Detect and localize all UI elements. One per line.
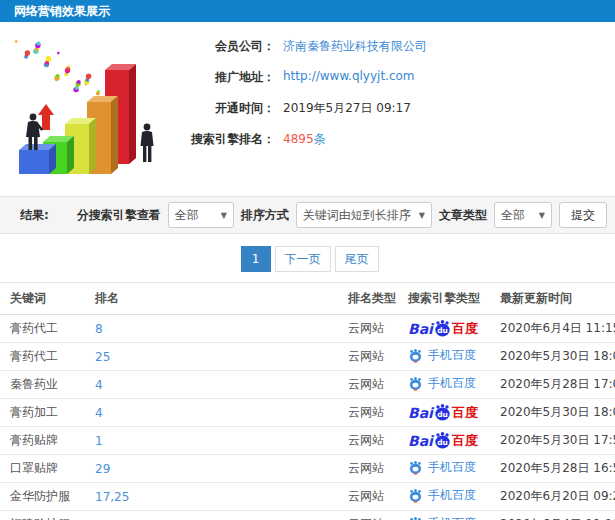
businessman-right	[141, 124, 154, 162]
mobile-baidu-paw-icon	[408, 460, 423, 475]
keyword-cell: 膏药加工	[0, 399, 85, 427]
engine-type-cell: Baidu百度	[398, 427, 490, 455]
engine-select[interactable]: 全部 ▼	[168, 202, 234, 228]
engine-type-cell: 手机百度	[398, 455, 490, 483]
col-header-rank-type: 排名类型	[338, 283, 398, 315]
member-company-row: 会员公司： 济南秦鲁药业科技有限公司	[177, 38, 427, 55]
rank-cell: 1	[85, 427, 338, 455]
table-row: 秦鲁药业4云网站 手机百度 2020年5月28日 17:02	[0, 371, 615, 399]
engine-select-value: 全部	[175, 207, 199, 224]
rank-type-cell: 云网站	[338, 511, 398, 520]
svg-text:du: du	[437, 438, 448, 447]
article-type-select[interactable]: 全部 ▼	[494, 202, 552, 228]
page-title: 网络营销效果展示	[14, 4, 110, 18]
mobile-baidu-logo: 手机百度	[408, 459, 476, 476]
mobile-baidu-paw-icon	[408, 376, 423, 391]
result-label: 结果:	[20, 207, 49, 224]
updated-time-cell: 2020年5月30日 17:58	[490, 427, 615, 455]
last-page-button[interactable]: 尾页	[335, 246, 379, 272]
table-header-row: 关键词 排名 排名类型 搜索引擎类型 最新更新时间	[0, 283, 615, 315]
keyword-cell: 口罩贴牌	[0, 455, 85, 483]
chevron-down-icon: ▼	[221, 211, 227, 220]
submit-button[interactable]: 提交	[559, 202, 607, 228]
baidu-paw-icon: du	[433, 431, 452, 450]
rank-type-cell: 云网站	[338, 343, 398, 371]
rank-type-cell: 云网站	[338, 483, 398, 511]
updated-time-cell: 2020年5月30日 18:03	[490, 399, 615, 427]
rank-type-cell: 云网站	[338, 455, 398, 483]
col-header-updated: 最新更新时间	[490, 283, 615, 315]
baidu-paw-icon: du	[433, 319, 452, 338]
rank-count-label: 搜索引擎排名：	[177, 131, 275, 148]
rank-cell: 4	[85, 399, 338, 427]
sort-filter-label: 排序方式	[241, 207, 289, 224]
filter-bar: 结果: 分搜索引擎查看 全部 ▼ 排序方式 关键词由短到长排序 ▼ 文章类型 全…	[0, 196, 615, 234]
rank-type-cell: 云网站	[338, 315, 398, 343]
rank-link[interactable]: 1	[95, 434, 103, 448]
table-row: 膏药加工4云网站 Baidu百度 2020年5月30日 18:03	[0, 399, 615, 427]
member-company-label: 会员公司：	[177, 38, 275, 55]
sort-select[interactable]: 关键词由短到长排序 ▼	[296, 202, 432, 228]
rank-link[interactable]: 8	[95, 322, 103, 336]
mobile-baidu-paw-icon	[408, 488, 423, 503]
open-time-value: 2019年5月27日 09:17	[283, 100, 411, 117]
keyword-cell: 膏药代工	[0, 315, 85, 343]
baidu-logo: Baidu百度	[408, 431, 478, 450]
open-time-label: 开通时间：	[177, 100, 275, 117]
updated-time-cell: 2020年5月28日 17:02	[490, 371, 615, 399]
page-title-bar: 网络营销效果展示	[0, 0, 615, 22]
updated-time-cell: 2020年6月4日 11:10	[490, 511, 615, 520]
rank-link[interactable]: 29	[95, 462, 110, 476]
rank-cell: 29	[85, 455, 338, 483]
engine-type-cell: Baidu百度	[398, 315, 490, 343]
table-row: 膏药贴牌1云网站 Baidu百度 2020年5月30日 17:58	[0, 427, 615, 455]
col-header-rank: 排名	[85, 283, 338, 315]
engine-type-cell: 手机百度	[398, 371, 490, 399]
engine-type-cell: 手机百度	[398, 483, 490, 511]
mobile-baidu-logo: 手机百度	[408, 375, 476, 392]
table-row: 膏药代工8云网站 Baidu百度 2020年6月4日 11:15	[0, 315, 615, 343]
rank-cell: 25	[85, 343, 338, 371]
svg-text:du: du	[437, 410, 448, 419]
engine-type-cell: 手机百度	[398, 343, 490, 371]
engine-type-cell: Baidu百度	[398, 399, 490, 427]
page-1-button[interactable]: 1	[241, 246, 271, 272]
rank-cell: 17,25	[85, 483, 338, 511]
engine-type-cell: 手机百度	[398, 511, 490, 520]
rank-link[interactable]: 4	[95, 406, 103, 420]
promo-url-label: 推广地址：	[177, 69, 275, 86]
baidu-logo: Baidu百度	[408, 403, 478, 422]
sort-select-value: 关键词由短到长排序	[303, 207, 411, 224]
updated-time-cell: 2020年5月30日 18:06	[490, 343, 615, 371]
mobile-baidu-paw-icon	[408, 516, 423, 520]
rank-link[interactable]: 17,25	[95, 490, 129, 504]
keyword-cell: 膏药代工	[0, 343, 85, 371]
keyword-cell: 金华防护服	[0, 483, 85, 511]
mobile-baidu-paw-icon	[408, 348, 423, 363]
chevron-down-icon: ▼	[539, 211, 545, 220]
table-row: 膏药代工25云网站 手机百度 2020年5月30日 18:06	[0, 343, 615, 371]
promo-url-link[interactable]: http://www.qlyyjt.com	[283, 69, 415, 83]
svg-text:du: du	[437, 326, 448, 335]
confetti-group	[15, 40, 100, 95]
engine-filter-label: 分搜索引擎查看	[77, 207, 161, 224]
col-header-engine-type: 搜索引擎类型	[398, 283, 490, 315]
rank-type-cell: 云网站	[338, 399, 398, 427]
mobile-baidu-logo: 手机百度	[408, 515, 476, 520]
baidu-logo: Baidu百度	[408, 319, 478, 338]
table-row: 福建防护服10云网站 手机百度 2020年6月4日 11:10	[0, 511, 615, 520]
updated-time-cell: 2020年5月28日 16:55	[490, 455, 615, 483]
next-page-button[interactable]: 下一页	[275, 246, 331, 272]
updated-time-cell: 2020年6月20日 09:25	[490, 483, 615, 511]
rank-type-cell: 云网站	[338, 371, 398, 399]
rank-link[interactable]: 4	[95, 378, 103, 392]
chevron-down-icon: ▼	[419, 211, 425, 220]
col-header-keyword: 关键词	[0, 283, 85, 315]
rank-link[interactable]: 25	[95, 350, 110, 364]
rank-type-cell: 云网站	[338, 427, 398, 455]
article-type-value: 全部	[501, 207, 525, 224]
keyword-ranking-table: 关键词 排名 排名类型 搜索引擎类型 最新更新时间 膏药代工8云网站 Baidu…	[0, 282, 615, 520]
rank-count-unit: 条	[314, 132, 326, 146]
member-company-link[interactable]: 济南秦鲁药业科技有限公司	[283, 39, 427, 53]
table-row: 金华防护服17,25云网站 手机百度 2020年6月20日 09:25	[0, 483, 615, 511]
